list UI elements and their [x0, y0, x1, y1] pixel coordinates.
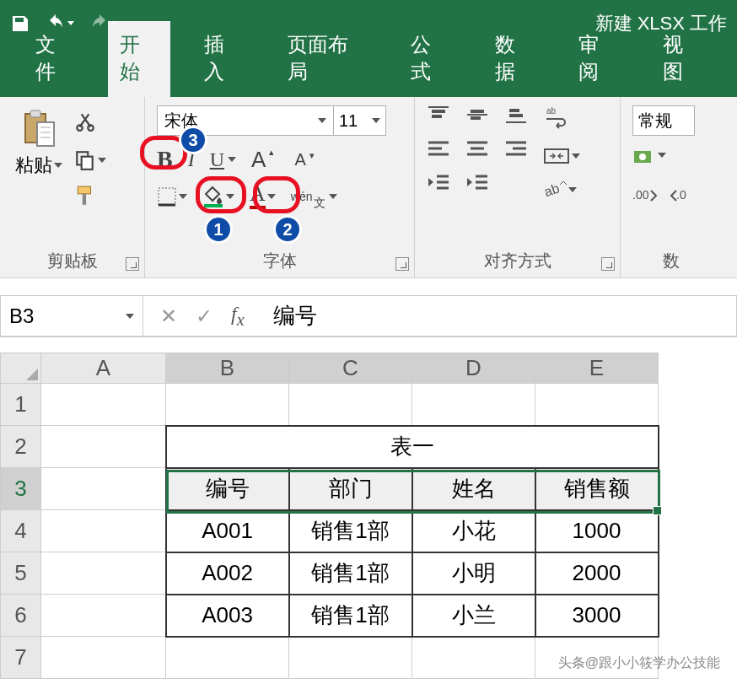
- align-middle-button[interactable]: [465, 105, 489, 127]
- decrease-decimal-button[interactable]: .0: [670, 185, 695, 210]
- bold-button[interactable]: B: [157, 146, 173, 173]
- row-header-2[interactable]: 2: [1, 426, 41, 468]
- group-label-clipboard: 剪贴板: [12, 245, 132, 272]
- formula-confirm-button[interactable]: ✓: [196, 304, 212, 328]
- row-header-5[interactable]: 5: [1, 552, 41, 595]
- col-header-E[interactable]: E: [535, 353, 659, 384]
- group-alignment: ab ab 对齐方式: [415, 97, 621, 277]
- phonetic-guide-button[interactable]: wén文: [291, 185, 338, 208]
- cell-header-1[interactable]: 部门: [289, 468, 412, 510]
- cell-table-title[interactable]: 表一: [166, 426, 659, 468]
- increase-indent-button[interactable]: [465, 173, 489, 195]
- align-top-button[interactable]: [427, 105, 450, 127]
- svg-rect-1: [30, 110, 40, 117]
- fill-color-button[interactable]: [202, 186, 234, 207]
- cut-button[interactable]: [74, 110, 106, 136]
- col-header-C[interactable]: C: [289, 353, 412, 384]
- cell-data[interactable]: 销售1部: [289, 552, 412, 595]
- cell-data[interactable]: 销售1部: [289, 595, 412, 637]
- clipboard-dialog-launcher[interactable]: [126, 257, 139, 271]
- ribbon-tabs: 文件 开始 插入 页面布局 公式 数据 审阅 视图: [0, 46, 737, 97]
- merge-center-button[interactable]: [543, 144, 580, 168]
- tab-file[interactable]: 文件: [24, 21, 86, 97]
- cell-header-2[interactable]: 姓名: [412, 468, 535, 510]
- formula-bar: B3 ✕ ✓ fx 编号: [0, 295, 737, 337]
- ribbon: 粘贴 剪贴板 宋体 11 B I U A A: [0, 97, 737, 278]
- select-all-corner[interactable]: [1, 353, 41, 384]
- svg-text:ab: ab: [543, 180, 562, 199]
- svg-rect-17: [432, 115, 442, 118]
- formula-input[interactable]: 编号: [261, 295, 737, 337]
- wrap-text-button[interactable]: ab: [543, 105, 580, 132]
- row-header-4[interactable]: 4: [1, 510, 41, 552]
- svg-rect-11: [83, 194, 86, 205]
- row-header-3[interactable]: 3: [1, 468, 41, 510]
- cell-header-3[interactable]: 销售额: [535, 468, 659, 510]
- group-clipboard: 粘贴 剪贴板: [0, 97, 145, 277]
- orientation-button[interactable]: ab: [543, 180, 580, 200]
- format-painter-button[interactable]: [74, 185, 106, 210]
- cell-header-0[interactable]: 编号: [166, 468, 289, 510]
- annotation-badge-1: 1: [204, 215, 233, 244]
- svg-point-6: [77, 125, 83, 131]
- paste-label: 粘贴: [15, 153, 52, 178]
- cell-data[interactable]: 1000: [535, 510, 659, 552]
- tab-insert[interactable]: 插入: [192, 21, 255, 97]
- increase-font-button[interactable]: A: [251, 147, 266, 173]
- col-header-A[interactable]: A: [41, 353, 166, 384]
- border-button[interactable]: [157, 186, 187, 207]
- row-header-1[interactable]: 1: [1, 384, 41, 426]
- tab-data[interactable]: 数据: [483, 21, 546, 97]
- annotation-badge-3: 3: [179, 126, 207, 154]
- group-font: 宋体 11 B I U A A A wén文 字体 3 1 2: [145, 97, 415, 277]
- cell-data[interactable]: 2000: [535, 552, 659, 595]
- tab-review[interactable]: 审阅: [567, 21, 629, 97]
- underline-button[interactable]: U: [210, 148, 236, 171]
- tab-view[interactable]: 视图: [651, 21, 713, 97]
- svg-rect-21: [509, 109, 519, 112]
- decrease-indent-button[interactable]: [427, 173, 450, 195]
- cell-data[interactable]: A003: [166, 595, 289, 637]
- tab-page-layout[interactable]: 页面布局: [276, 21, 377, 97]
- align-center-button[interactable]: [465, 139, 489, 161]
- cell-data[interactable]: 小花: [412, 510, 535, 552]
- svg-rect-2: [37, 122, 54, 146]
- accounting-format-button[interactable]: [632, 148, 666, 173]
- align-right-button[interactable]: [504, 139, 528, 161]
- group-number: 常规 .00 .0 数: [621, 97, 722, 277]
- name-box[interactable]: B3: [0, 295, 143, 337]
- cell-data[interactable]: 小明: [412, 552, 535, 595]
- align-bottom-button[interactable]: [504, 105, 528, 127]
- alignment-dialog-launcher[interactable]: [601, 257, 615, 271]
- font-size-select[interactable]: 11: [334, 105, 386, 136]
- font-dialog-launcher[interactable]: [395, 257, 409, 271]
- svg-rect-9: [82, 157, 93, 170]
- col-header-B[interactable]: B: [166, 353, 289, 384]
- row-header-7[interactable]: 7: [1, 637, 41, 679]
- svg-rect-14: [204, 204, 223, 207]
- insert-function-button[interactable]: fx: [231, 303, 245, 330]
- tab-formulas[interactable]: 公式: [399, 21, 461, 97]
- formula-cancel-button[interactable]: ✕: [160, 304, 177, 328]
- number-format-select[interactable]: 常规: [632, 105, 695, 136]
- increase-decimal-button[interactable]: .00: [632, 185, 658, 210]
- cell-data[interactable]: 小兰: [412, 595, 535, 637]
- cell-data[interactable]: A001: [166, 510, 289, 552]
- align-left-button[interactable]: [427, 139, 450, 161]
- row-header-6[interactable]: 6: [1, 595, 41, 637]
- decrease-font-button[interactable]: A: [294, 150, 305, 170]
- svg-point-43: [639, 153, 646, 160]
- font-color-button[interactable]: A: [250, 183, 276, 209]
- spreadsheet-grid[interactable]: A B C D E 1 2表一 3 编号 部门 姓名 销售额 4 A001 销售…: [0, 353, 737, 679]
- paste-button[interactable]: 粘贴: [12, 105, 66, 210]
- copy-button[interactable]: [74, 149, 106, 171]
- cell-data[interactable]: 销售1部: [289, 510, 412, 552]
- svg-rect-20: [471, 116, 481, 120]
- group-label-alignment: 对齐方式: [427, 245, 608, 272]
- svg-text:.00: .00: [632, 188, 649, 202]
- redo-button[interactable]: [89, 13, 118, 34]
- cell-data[interactable]: 3000: [535, 595, 659, 637]
- col-header-D[interactable]: D: [412, 353, 535, 384]
- cell-data[interactable]: A002: [166, 552, 289, 595]
- svg-rect-40: [545, 149, 568, 163]
